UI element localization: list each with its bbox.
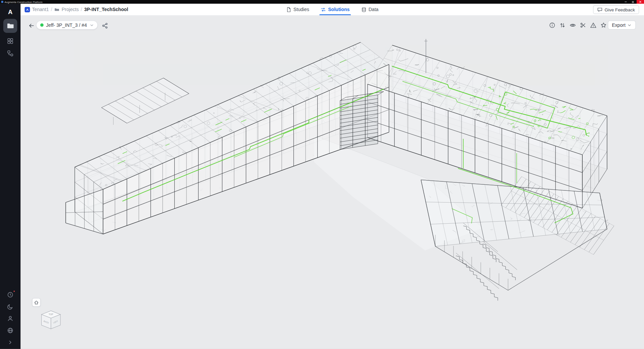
section-cut-button[interactable] xyxy=(580,22,587,29)
user-profile-button[interactable] xyxy=(4,314,16,323)
dark-mode-moon-icon xyxy=(7,303,14,310)
minimize-button[interactable] xyxy=(622,0,629,4)
tenant-avatar: A xyxy=(24,7,30,12)
breadcrumb-projects[interactable]: Projects xyxy=(62,7,79,12)
solution-name: Jeff- 3P_INT_3 / #4 xyxy=(46,22,87,27)
maximize-icon xyxy=(632,1,634,3)
view-cube[interactable]: TOP BACK LEFT xyxy=(38,308,64,334)
minimize-icon xyxy=(625,2,627,2)
breadcrumb-tenant[interactable]: Tenant1 xyxy=(32,7,49,12)
compare-icon xyxy=(559,22,566,28)
info-button[interactable] xyxy=(549,22,556,29)
breadcrumb-separator: / xyxy=(51,7,52,12)
chevron-down-icon xyxy=(627,23,632,27)
database-icon xyxy=(361,7,367,12)
sidebar-item-models[interactable] xyxy=(4,37,16,45)
breadcrumb: A Tenant1 / Projects / 3P-INT_TechSchool xyxy=(24,4,128,15)
tab-label: Data xyxy=(369,7,379,12)
folder-icon xyxy=(54,7,60,12)
language-button[interactable] xyxy=(4,327,16,335)
folder-icon xyxy=(6,22,14,30)
share-button[interactable] xyxy=(101,22,108,29)
document-icon xyxy=(286,7,291,12)
tab-solutions[interactable]: Solutions xyxy=(321,4,350,15)
notification-badge xyxy=(13,290,15,292)
solution-selector[interactable]: Jeff- 3P_INT_3 / #4 xyxy=(36,20,98,30)
section-cut-scissors-icon xyxy=(580,22,586,28)
automations-flow-icon xyxy=(7,50,14,57)
app-icon xyxy=(1,1,3,3)
sidebar-item-automations[interactable] xyxy=(4,49,16,57)
comment-bubble-icon xyxy=(597,7,602,12)
favorite-button[interactable] xyxy=(600,22,607,29)
export-label: Export xyxy=(612,22,626,27)
theme-toggle-button[interactable] xyxy=(4,303,16,311)
favorite-star-icon xyxy=(600,22,606,28)
visibility-eye-icon xyxy=(570,22,576,28)
visibility-button[interactable] xyxy=(569,22,576,29)
expand-chevron-icon xyxy=(7,340,13,345)
breadcrumb-current-project: 3P-INT_TechSchool xyxy=(84,7,128,12)
routes-icon xyxy=(321,7,326,12)
logo-button[interactable]: A xyxy=(8,8,12,15)
tab-label: Studies xyxy=(293,7,309,12)
issues-warning-icon xyxy=(590,22,596,28)
tab-studies[interactable]: Studies xyxy=(286,4,309,15)
viewer-toolbar xyxy=(549,22,607,29)
tab-label: Solutions xyxy=(328,7,350,12)
activity-clock-icon xyxy=(7,292,14,298)
status-dot xyxy=(40,23,44,27)
share-icon xyxy=(102,22,108,28)
user-profile-icon xyxy=(7,315,14,322)
model-canvas: Jeff- 3P_INT_3 / #4 xyxy=(20,16,644,349)
issues-button[interactable] xyxy=(590,22,597,29)
maximize-button[interactable] xyxy=(629,0,637,4)
tab-data[interactable]: Data xyxy=(361,4,379,15)
sidebar-footer xyxy=(4,287,16,349)
sidebar-item-projects[interactable] xyxy=(3,19,17,33)
view-cube-top-label: TOP xyxy=(49,313,53,315)
expand-sidebar-button[interactable] xyxy=(4,338,16,346)
models-grid-icon xyxy=(7,38,14,45)
app-window: Augmenta Construction Platform A xyxy=(0,0,644,349)
back-arrow-icon xyxy=(28,22,34,28)
language-globe-icon xyxy=(7,327,14,334)
close-button[interactable] xyxy=(637,0,644,4)
info-icon xyxy=(549,22,555,28)
compare-button[interactable] xyxy=(559,22,566,29)
main-tabs: Studies Solutions Data xyxy=(286,4,379,15)
sidebar: A xyxy=(0,4,20,349)
breadcrumb-separator: / xyxy=(81,7,82,12)
activity-button[interactable] xyxy=(4,291,16,299)
give-feedback-button[interactable]: Give Feedback xyxy=(593,5,639,14)
export-button[interactable]: Export xyxy=(608,20,636,30)
chevron-down-icon xyxy=(89,23,94,27)
top-header: A Tenant1 / Projects / 3P-INT_TechSchool… xyxy=(20,4,644,16)
home-view-button[interactable] xyxy=(32,298,41,307)
back-button[interactable] xyxy=(27,21,35,30)
window-titlebar[interactable]: Augmenta Construction Platform xyxy=(0,0,644,4)
window-title: Augmenta Construction Platform xyxy=(4,1,43,3)
model-3d-view[interactable] xyxy=(20,16,644,349)
give-feedback-label: Give Feedback xyxy=(604,7,635,12)
home-icon xyxy=(34,300,39,305)
